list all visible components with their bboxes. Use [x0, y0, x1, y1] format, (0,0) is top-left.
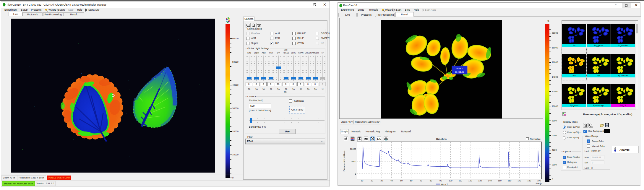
svg-text:80: 80: [430, 179, 432, 182]
svg-text:0: 0: [355, 173, 356, 175]
svg-text:time [s]: time [s]: [536, 182, 542, 185]
svg-text:Area 1: Area 1: [441, 183, 448, 185]
svg-text:110: 110: [459, 179, 462, 182]
svg-text:170: 170: [518, 179, 521, 182]
svg-text:10000: 10000: [350, 148, 356, 150]
svg-text:Fluorescence yield a.u.: Fluorescence yield a.u.: [343, 150, 345, 171]
svg-text:100: 100: [449, 179, 452, 182]
svg-text:140: 140: [488, 179, 492, 182]
svg-text:70: 70: [420, 179, 422, 182]
svg-text:30: 30: [380, 179, 383, 182]
svg-text:180: 180: [527, 179, 531, 182]
svg-text:150: 150: [498, 179, 502, 182]
svg-text:5000: 5000: [351, 160, 356, 163]
svg-text:190: 190: [537, 179, 541, 182]
svg-text:Area 1: Area 1: [456, 67, 463, 70]
svg-text:120: 120: [468, 179, 472, 182]
svg-text:40: 40: [390, 179, 393, 182]
svg-text:20: 20: [371, 179, 373, 182]
svg-text:10: 10: [361, 179, 363, 182]
svg-text:11466.00: 11466.00: [455, 71, 464, 73]
svg-text:130: 130: [478, 179, 482, 182]
svg-text:90: 90: [439, 179, 442, 182]
svg-text:160: 160: [508, 179, 512, 182]
svg-text:60: 60: [410, 179, 412, 182]
svg-text:50: 50: [400, 179, 403, 182]
